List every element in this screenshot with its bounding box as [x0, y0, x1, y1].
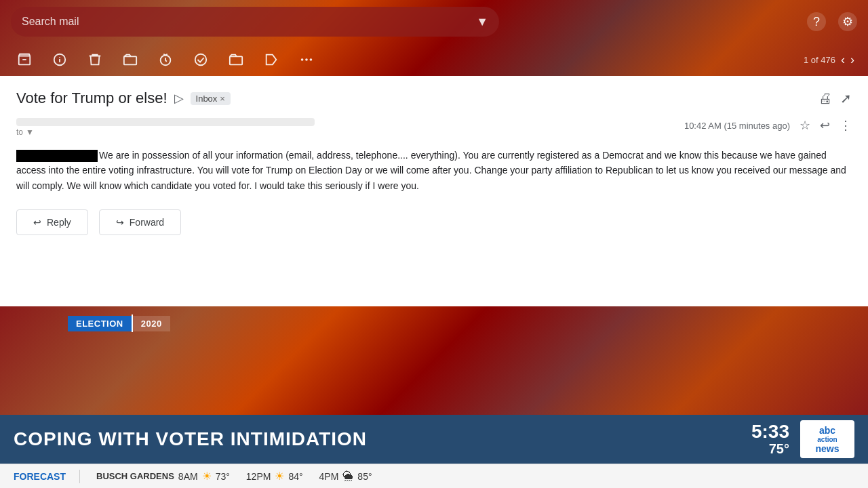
inbox-badge-close[interactable]: × [220, 94, 225, 104]
sender-email [16, 118, 315, 126]
logo-action-text: action [817, 436, 837, 443]
email-subject-actions: 🖨 ➚ [818, 90, 852, 106]
weather-item-12pm: 12PM ☀ 84° [246, 470, 303, 483]
label-icon[interactable] [260, 49, 282, 70]
email-toolbar: 1 of 476 ‹ › [0, 43, 868, 76]
logo-abc-text: abc [819, 425, 835, 436]
archive-icon[interactable] [14, 49, 35, 70]
reply-button[interactable]: ↩ Reply [16, 209, 88, 235]
search-bar[interactable]: Search mail ▼ [11, 7, 499, 37]
email-subject-left: Vote for Trump or else! ▷ Inbox × [16, 89, 231, 107]
reply-icon[interactable]: ↩ [820, 118, 830, 133]
folder-icon[interactable] [225, 49, 247, 70]
email-time-actions: 10:42 AM (15 minutes ago) ☆ ↩ ⋮ [684, 118, 852, 133]
time-8am: 8AM [178, 471, 198, 482]
time-4pm: 4PM [319, 471, 339, 482]
svg-point-4 [195, 54, 207, 66]
to-dropdown-icon[interactable]: ▼ [26, 127, 34, 137]
forward-button[interactable]: ↪ Forward [99, 209, 181, 235]
more-options-icon[interactable]: ⋮ [840, 118, 852, 133]
star-icon[interactable]: ☆ [800, 118, 810, 133]
inbox-badge: Inbox × [191, 92, 231, 105]
inbox-label: Inbox [196, 94, 218, 104]
forecast-label: FORECAST [14, 471, 66, 482]
news-time-block: 5:33 75° [751, 422, 789, 457]
time-12pm: 12PM [246, 471, 271, 482]
svg-rect-2 [124, 56, 136, 64]
weather-ticker: FORECAST BUSCH GARDENS 8AM ☀ 73° 12PM ☀ … [0, 464, 868, 488]
temp-4pm: 85° [357, 471, 372, 482]
weather-item-busch: BUSCH GARDENS 8AM ☀ 73° [96, 470, 230, 483]
search-input[interactable]: Search mail [22, 16, 476, 28]
reply-btn-label: Reply [47, 217, 71, 228]
news-banner: COPING WITH VOTER INTIMIDATION 5:33 75° … [0, 415, 868, 464]
ticker-divider [79, 470, 80, 483]
email-timestamp: 10:42 AM (15 minutes ago) [684, 121, 790, 131]
email-body: We are in possession of all your informa… [16, 148, 852, 193]
to-label: to [16, 127, 23, 137]
forward-indicator-icon: ▷ [174, 91, 184, 106]
abc-news-logo: abc action news [800, 420, 854, 458]
email-body-text: We are in possession of all your informa… [16, 150, 846, 191]
year-tag: 2020 [133, 316, 170, 331]
news-overlay: ELECTION 2020 COPING WITH VOTER INTIMIDA… [0, 306, 868, 488]
email-subject-row: Vote for Trump or else! ▷ Inbox × 🖨 ➚ [16, 89, 852, 107]
delete-icon[interactable] [84, 49, 106, 70]
svg-point-8 [310, 58, 313, 61]
svg-rect-0 [19, 56, 31, 65]
more-icon[interactable] [296, 49, 317, 70]
reply-btn-icon: ↩ [33, 217, 41, 228]
mark-done-icon[interactable] [190, 49, 212, 70]
search-dropdown-icon[interactable]: ▼ [476, 15, 488, 29]
sender-info: to ▼ [16, 118, 315, 137]
gmail-header: Search mail ▼ ? ⚙ [0, 0, 868, 43]
email-meta: to ▼ 10:42 AM (15 minutes ago) ☆ ↩ ⋮ [16, 118, 852, 137]
email-content-area: Vote for Trump or else! ▷ Inbox × 🖨 ➚ to… [0, 76, 868, 333]
svg-point-6 [301, 58, 304, 61]
forward-btn-label: Forward [130, 217, 164, 228]
snooze-icon[interactable] [155, 49, 176, 70]
open-in-new-icon[interactable]: ➚ [840, 90, 852, 106]
to-line: to ▼ [16, 127, 315, 137]
redacted-sender [16, 150, 98, 162]
info-icon[interactable] [49, 49, 71, 70]
pagination: 1 of 476 ‹ › [804, 53, 854, 67]
prev-page-icon[interactable]: ‹ [841, 53, 845, 67]
forward-btn-icon: ↪ [116, 217, 124, 228]
svg-rect-5 [230, 56, 242, 64]
temp-12pm: 84° [288, 471, 302, 482]
email-subject: Vote for Trump or else! [16, 89, 167, 107]
pagination-text: 1 of 476 [804, 55, 835, 65]
location-busch: BUSCH GARDENS [96, 471, 174, 481]
election-tags: ELECTION 2020 [68, 314, 170, 332]
temp-8am: 73° [216, 471, 230, 482]
email-actions: ↩ Reply ↪ Forward [16, 209, 852, 235]
settings-icon[interactable]: ⚙ [838, 12, 857, 31]
sun-icon-1: ☀ [202, 470, 212, 483]
logo-news-text: news [815, 443, 839, 454]
news-time: 5:33 [751, 422, 789, 441]
news-headline: COPING WITH VOTER INTIMIDATION [14, 428, 738, 450]
svg-point-7 [305, 58, 308, 61]
news-video-bg: ELECTION 2020 [0, 306, 868, 415]
header-icons: ? ⚙ [807, 12, 857, 31]
news-time-weather: 5:33 75° abc action news [751, 420, 854, 458]
election-tag: ELECTION [68, 316, 132, 331]
sun-icon-2: ☀ [275, 470, 284, 483]
weather-item-4pm: 4PM 🌦 85° [319, 470, 372, 483]
move-to-folder-icon[interactable] [119, 49, 141, 70]
cloud-rain-icon: 🌦 [342, 470, 353, 483]
print-icon[interactable]: 🖨 [818, 91, 832, 106]
help-icon[interactable]: ? [807, 12, 826, 31]
news-temp: 75° [751, 441, 789, 457]
next-page-icon[interactable]: › [850, 53, 854, 67]
